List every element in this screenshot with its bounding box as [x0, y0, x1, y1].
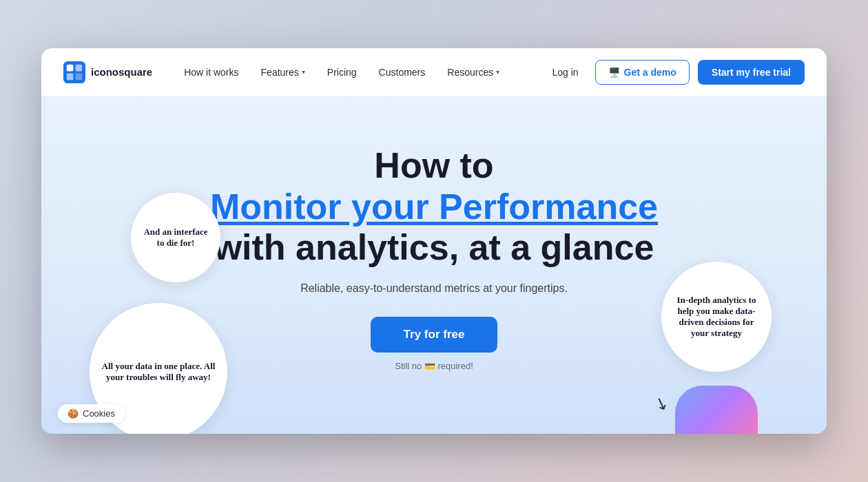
- cookie-icon: 🍪: [68, 408, 79, 419]
- logo-icon: [63, 61, 85, 83]
- no-cc-text: Still no 💳 required!: [395, 361, 473, 371]
- svg-rect-0: [63, 61, 85, 83]
- cookies-label: Cookies: [83, 408, 115, 419]
- get-demo-button[interactable]: 🖥️ Get a demo: [595, 60, 690, 85]
- hero-title-line2: Monitor your Performance: [210, 187, 658, 227]
- svg-rect-2: [76, 64, 83, 71]
- svg-rect-1: [67, 64, 74, 71]
- speech-bubble-3: In-depth analytics to help you make data…: [661, 262, 772, 372]
- nav-resources[interactable]: Resources ▾: [437, 61, 509, 83]
- navbar: iconosquare How it works Features ▾ Pric…: [41, 48, 827, 96]
- browser-window: iconosquare How it works Features ▾ Pric…: [41, 48, 827, 434]
- svg-rect-4: [76, 73, 83, 80]
- nav-features[interactable]: Features ▾: [251, 61, 315, 83]
- logo-text: iconosquare: [91, 66, 152, 78]
- hero-title-line3: with analytics, at a glance: [214, 227, 654, 267]
- demo-icon: 🖥️: [608, 67, 620, 78]
- chevron-down-icon-2: ▾: [496, 68, 499, 76]
- hero-subtitle: Reliable, easy-to-understand metrics at …: [300, 282, 568, 295]
- hero-title: How to Monitor your Performance with ana…: [210, 145, 658, 269]
- hero-title-line1: How to: [374, 145, 493, 185]
- start-trial-button[interactable]: Start my free trial: [698, 60, 805, 85]
- login-button[interactable]: Log in: [544, 61, 586, 83]
- nav-actions: Log in 🖥️ Get a demo Start my free trial: [544, 60, 805, 85]
- nav-how-it-works[interactable]: How it works: [174, 61, 248, 83]
- logo-area[interactable]: iconosquare: [63, 61, 152, 83]
- svg-rect-3: [67, 73, 74, 80]
- nav-pricing[interactable]: Pricing: [318, 61, 366, 83]
- scrub-arrow-icon: ↘: [652, 392, 671, 415]
- cookies-bar[interactable]: 🍪 Cookies: [58, 404, 125, 423]
- chevron-down-icon: ▾: [302, 68, 305, 76]
- gradient-blob: [675, 386, 758, 434]
- nav-links: How it works Features ▾ Pricing Customer…: [174, 61, 544, 83]
- try-for-free-button[interactable]: Try for free: [371, 317, 498, 353]
- nav-customers[interactable]: Customers: [369, 61, 435, 83]
- hero-section: And an interface to die for! All your da…: [41, 96, 827, 434]
- speech-bubble-1: And an interface to die for!: [131, 193, 220, 282]
